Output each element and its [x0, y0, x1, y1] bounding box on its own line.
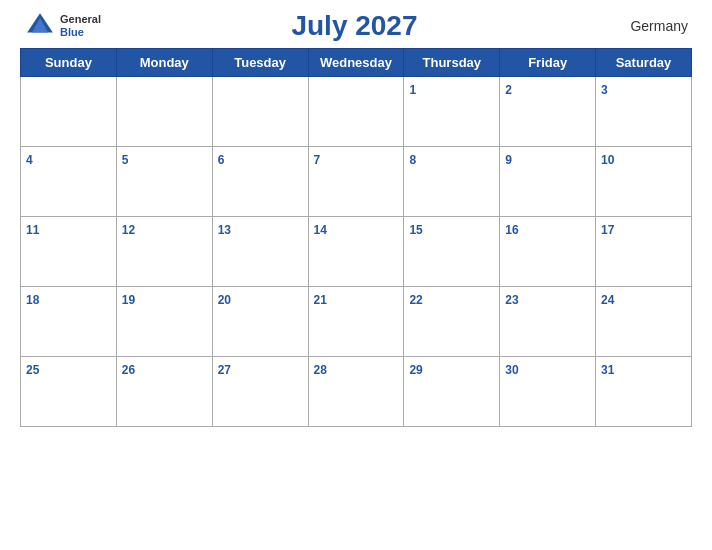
- calendar-cell: 19: [116, 287, 212, 357]
- day-number: 6: [218, 153, 225, 167]
- day-number: 1: [409, 83, 416, 97]
- day-number: 10: [601, 153, 614, 167]
- calendar-cell: 12: [116, 217, 212, 287]
- calendar-cell: 23: [500, 287, 596, 357]
- calendar-cell: 28: [308, 357, 404, 427]
- week-row-2: 45678910: [21, 147, 692, 217]
- logo: General Blue: [24, 10, 101, 42]
- calendar-cell: 30: [500, 357, 596, 427]
- weekday-header-wednesday: Wednesday: [308, 49, 404, 77]
- day-number: 22: [409, 293, 422, 307]
- day-number: 13: [218, 223, 231, 237]
- day-number: 11: [26, 223, 39, 237]
- generalblue-logo-icon: [24, 10, 56, 42]
- day-number: 15: [409, 223, 422, 237]
- calendar-cell: 5: [116, 147, 212, 217]
- week-row-1: 123: [21, 77, 692, 147]
- weekday-header-saturday: Saturday: [596, 49, 692, 77]
- day-number: 3: [601, 83, 608, 97]
- day-number: 20: [218, 293, 231, 307]
- calendar-cell: 18: [21, 287, 117, 357]
- calendar-cell: 9: [500, 147, 596, 217]
- calendar-cell: 22: [404, 287, 500, 357]
- day-number: 2: [505, 83, 512, 97]
- calendar-cell: 16: [500, 217, 596, 287]
- day-number: 9: [505, 153, 512, 167]
- logo-text: General Blue: [60, 13, 101, 39]
- day-number: 14: [314, 223, 327, 237]
- day-number: 31: [601, 363, 614, 377]
- day-number: 18: [26, 293, 39, 307]
- day-number: 23: [505, 293, 518, 307]
- weekday-header-thursday: Thursday: [404, 49, 500, 77]
- day-number: 29: [409, 363, 422, 377]
- calendar-cell: 27: [212, 357, 308, 427]
- day-number: 25: [26, 363, 39, 377]
- calendar-cell: 20: [212, 287, 308, 357]
- day-number: 24: [601, 293, 614, 307]
- day-number: 7: [314, 153, 321, 167]
- calendar-cell: 7: [308, 147, 404, 217]
- week-row-5: 25262728293031: [21, 357, 692, 427]
- calendar-cell: 1: [404, 77, 500, 147]
- country-label: Germany: [608, 18, 688, 34]
- day-number: 28: [314, 363, 327, 377]
- calendar-cell: [116, 77, 212, 147]
- calendar-cell: 17: [596, 217, 692, 287]
- calendar-cell: 10: [596, 147, 692, 217]
- calendar-cell: 15: [404, 217, 500, 287]
- day-number: 30: [505, 363, 518, 377]
- calendar-cell: [308, 77, 404, 147]
- calendar-cell: 25: [21, 357, 117, 427]
- day-number: 5: [122, 153, 129, 167]
- calendar-title: July 2027: [291, 10, 417, 42]
- calendar-header: General Blue July 2027 Germany: [20, 10, 692, 42]
- day-number: 26: [122, 363, 135, 377]
- weekday-header-monday: Monday: [116, 49, 212, 77]
- calendar-cell: 14: [308, 217, 404, 287]
- calendar-cell: 13: [212, 217, 308, 287]
- logo-blue: Blue: [60, 26, 101, 39]
- calendar-cell: 6: [212, 147, 308, 217]
- calendar-cell: 31: [596, 357, 692, 427]
- calendar-cell: 2: [500, 77, 596, 147]
- weekday-header-tuesday: Tuesday: [212, 49, 308, 77]
- day-number: 19: [122, 293, 135, 307]
- weekday-header-row: SundayMondayTuesdayWednesdayThursdayFrid…: [21, 49, 692, 77]
- day-number: 12: [122, 223, 135, 237]
- calendar-cell: 24: [596, 287, 692, 357]
- calendar-cell: 26: [116, 357, 212, 427]
- week-row-4: 18192021222324: [21, 287, 692, 357]
- day-number: 16: [505, 223, 518, 237]
- calendar-cell: 3: [596, 77, 692, 147]
- calendar-cell: 29: [404, 357, 500, 427]
- day-number: 8: [409, 153, 416, 167]
- weekday-header-sunday: Sunday: [21, 49, 117, 77]
- calendar-table: SundayMondayTuesdayWednesdayThursdayFrid…: [20, 48, 692, 427]
- calendar-cell: 21: [308, 287, 404, 357]
- day-number: 21: [314, 293, 327, 307]
- day-number: 27: [218, 363, 231, 377]
- calendar-cell: 4: [21, 147, 117, 217]
- calendar-cell: 11: [21, 217, 117, 287]
- day-number: 17: [601, 223, 614, 237]
- calendar-cell: 8: [404, 147, 500, 217]
- calendar-cell: [21, 77, 117, 147]
- day-number: 4: [26, 153, 33, 167]
- logo-general: General: [60, 13, 101, 26]
- calendar-cell: [212, 77, 308, 147]
- week-row-3: 11121314151617: [21, 217, 692, 287]
- weekday-header-friday: Friday: [500, 49, 596, 77]
